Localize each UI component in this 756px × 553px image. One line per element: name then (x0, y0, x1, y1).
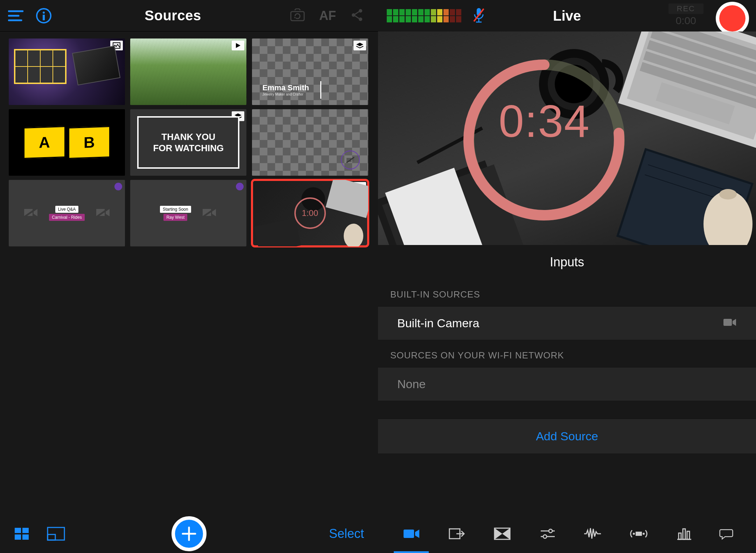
svg-point-6 (359, 18, 362, 21)
tile3-name: Emma Smith (262, 83, 309, 92)
source-tile-2[interactable] (130, 38, 246, 105)
inputs-title: Inputs (378, 245, 756, 279)
left-bottom-bar: Select (0, 514, 378, 553)
camera-flip-icon[interactable] (290, 8, 305, 23)
svg-point-43 (719, 189, 737, 200)
svg-rect-23 (22, 534, 29, 540)
block-a: A (23, 126, 65, 159)
wifi-none-row: None (378, 367, 756, 401)
svg-rect-3 (291, 12, 304, 21)
svg-rect-24 (48, 527, 64, 540)
svg-point-62 (643, 533, 645, 535)
svg-rect-52 (723, 319, 732, 326)
right-bottom-bar (378, 514, 756, 553)
block-b: B (68, 126, 110, 159)
svg-rect-64 (679, 533, 681, 539)
builtin-camera-label: Built-in Camera (397, 316, 479, 330)
stats-tab-icon[interactable] (674, 514, 695, 553)
record-button[interactable] (716, 2, 749, 35)
audio-meter (387, 9, 461, 22)
section-wifi-label: SOURCES ON YOUR WI-FI NETWORK (378, 340, 756, 367)
left-header: Sources AF (0, 0, 378, 31)
source-tile-8[interactable]: Starting Soon Ray West (130, 180, 246, 246)
menu-icon[interactable] (0, 10, 31, 22)
grid-view-icon[interactable] (14, 527, 29, 540)
tile7-subtitle: Carnival - Rides (49, 214, 84, 221)
svg-rect-53 (404, 530, 414, 538)
svg-rect-65 (683, 529, 685, 539)
live-panel: Live REC 0:00 (378, 0, 756, 553)
transition-tab-icon[interactable] (492, 514, 513, 553)
svg-rect-22 (15, 534, 21, 540)
live-preview[interactable]: 0:34 (378, 31, 756, 245)
sources-panel: Sources AF (0, 0, 378, 553)
camera-tab-icon[interactable] (401, 514, 422, 553)
sources-title: Sources (56, 8, 290, 23)
select-button[interactable]: Select (329, 526, 364, 541)
camera-icon (723, 316, 737, 330)
rec-indicator: REC 0:00 (668, 4, 704, 27)
camera-off-icon (23, 206, 38, 220)
svg-rect-17 (254, 218, 301, 246)
source-tile-7[interactable]: Live Q&A Carnival - Rides (9, 180, 125, 246)
camera-off-icon (202, 206, 217, 220)
mic-mute-icon[interactable] (472, 7, 486, 25)
tile3-subtitle: Jewelry Maker and Crafter (262, 92, 309, 96)
rec-time: 0:00 (668, 15, 704, 27)
svg-rect-16 (326, 180, 368, 218)
stream-tab-icon[interactable] (628, 514, 649, 553)
svg-rect-60 (636, 532, 642, 536)
info-icon[interactable] (31, 7, 56, 24)
tile7-title: Live Q&A (55, 206, 79, 213)
layers-icon (354, 41, 366, 50)
section-builtin-label: BUILT-IN SOURCES (378, 279, 756, 306)
svg-rect-21 (22, 528, 29, 533)
source-tile-4[interactable]: A B (9, 109, 125, 176)
source-tile-5[interactable]: THANK YOU FOR WATCHING (130, 109, 246, 176)
effect-badge-icon (114, 183, 122, 190)
output-tab-icon[interactable] (446, 514, 467, 553)
svg-point-18 (344, 224, 363, 246)
add-source-link[interactable]: Add Source (378, 419, 756, 454)
chat-tab-icon[interactable] (719, 514, 733, 553)
wifi-none-label: None (397, 377, 426, 391)
right-header: Live REC 0:00 (378, 0, 756, 31)
layout-view-icon[interactable] (47, 527, 65, 541)
autofocus-button[interactable]: AF (319, 8, 336, 23)
source-tile-1[interactable] (9, 38, 125, 105)
svg-rect-66 (687, 531, 690, 539)
svg-point-59 (543, 535, 547, 538)
tile8-title: Starting Soon (160, 206, 191, 213)
rec-label: REC (668, 4, 704, 14)
source-tile-3[interactable]: Emma Smith Jewelry Maker and Crafter (252, 38, 368, 105)
audio-tab-icon[interactable] (583, 514, 604, 553)
sources-grid: Emma Smith Jewelry Maker and Crafter A B… (0, 31, 378, 253)
svg-rect-2 (43, 15, 45, 20)
tile8-subtitle: Ray West (163, 214, 187, 221)
play-icon (232, 41, 244, 50)
share-icon[interactable] (350, 8, 364, 23)
source-tile-6[interactable] (252, 109, 368, 176)
source-tile-9[interactable]: T 1:00 (252, 180, 368, 246)
svg-point-5 (359, 9, 362, 13)
svg-point-57 (549, 529, 552, 533)
tile9-timer: 1:00 (294, 197, 326, 229)
svg-point-61 (633, 533, 635, 535)
svg-rect-25 (48, 534, 55, 540)
live-title: Live (553, 8, 581, 24)
settings-tab-icon[interactable] (537, 514, 558, 553)
image-icon (110, 41, 123, 50)
svg-point-1 (43, 12, 45, 14)
camera-off-icon (341, 150, 360, 169)
effect-badge-icon (236, 183, 244, 190)
preview-timer: 0:34 (499, 95, 590, 147)
svg-point-4 (352, 13, 355, 17)
builtin-camera-row[interactable]: Built-in Camera (378, 306, 756, 340)
svg-rect-20 (15, 528, 21, 533)
add-source-button[interactable] (172, 516, 206, 551)
thank-you-text: THANK YOU FOR WATCHING (137, 116, 239, 169)
camera-off-icon (95, 206, 111, 220)
